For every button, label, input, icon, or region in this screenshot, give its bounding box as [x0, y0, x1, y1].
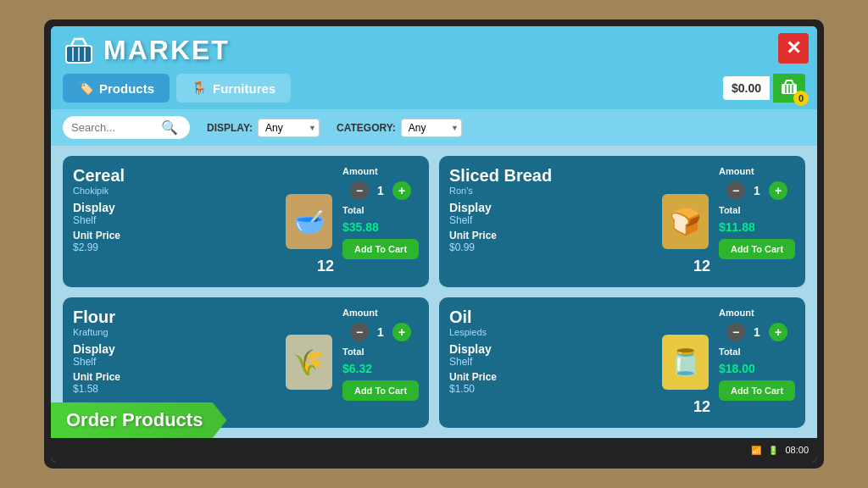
category-filter-wrapper: Any Cereals Bread Dairy Oil	[401, 119, 462, 137]
amount-value-oil: 1	[748, 325, 765, 339]
plus-btn-cereal[interactable]: +	[392, 181, 411, 200]
product-stock-oil: 12	[693, 398, 710, 416]
product-display-flour: Display	[73, 342, 275, 356]
product-info-oil: Oil Lespieds Display Shelf Unit Price $1…	[449, 308, 651, 419]
product-image-flour: 🌾	[283, 308, 334, 419]
search-box: 🔍	[63, 116, 190, 139]
product-price-sliced-bread: $0.99	[449, 241, 651, 253]
display-select[interactable]: Any Shelf Fridge Counter	[258, 119, 320, 137]
product-info-cereal: Cereal Chokipik Display Shelf Unit Price…	[73, 166, 275, 277]
product-info-flour: Flour Kraftung Display Shelf Unit Price …	[73, 308, 275, 419]
display-filter-wrapper: Any Shelf Fridge Counter	[258, 119, 320, 137]
cart-badge: 0	[793, 91, 809, 106]
product-card-cereal: Cereal Chokipik Display Shelf Unit Price…	[63, 156, 429, 287]
product-image-cereal: 🥣 12	[283, 166, 334, 277]
tab-furnitures-label: Furnitures	[213, 81, 275, 96]
product-display-val-flour: Shelf	[73, 356, 275, 368]
amount-value-cereal: 1	[372, 184, 389, 197]
product-actions-flour: Amount − 1 + Total $6.32 Add To Cart	[342, 308, 419, 419]
product-actions-oil: Amount − 1 + Total $18.00 Add To Cart	[719, 308, 795, 419]
minus-btn-oil[interactable]: −	[726, 323, 745, 341]
category-label: CATEGORY:	[337, 122, 396, 134]
clock: 08:00	[785, 445, 809, 455]
product-display-val-oil: Shelf	[449, 356, 651, 368]
total-label-oil: Total	[719, 347, 740, 357]
amount-control-flour: − 1 +	[350, 323, 411, 341]
tab-bar: 🏷️ Products 🪑 Furnitures $0.00	[51, 74, 817, 109]
product-name-oil: Oil	[449, 308, 651, 327]
product-price-flour: $1.58	[73, 383, 275, 395]
product-stock-cereal: 12	[317, 258, 334, 275]
minus-btn-cereal[interactable]: −	[350, 181, 369, 200]
product-display-sliced-bread: Display	[449, 201, 651, 214]
battery-icon: 🔋	[768, 446, 778, 455]
product-img-oil: 🫙	[662, 335, 709, 390]
product-unit-label-oil: Unit Price	[449, 371, 651, 383]
display-label: DISPLAY:	[207, 122, 253, 134]
product-price-cereal: $2.99	[73, 241, 275, 253]
total-value-sliced-bread: $11.88	[719, 220, 755, 234]
amount-label-sliced-bread: Amount	[719, 166, 754, 176]
toolbar: 🔍 DISPLAY: Any Shelf Fridge Counter CATE…	[51, 109, 817, 146]
product-img-flour: 🌾	[286, 335, 332, 390]
product-brand-sliced-bread: Ron's	[449, 186, 651, 196]
product-name-flour: Flour	[73, 308, 275, 327]
product-brand-oil: Lespieds	[449, 327, 651, 337]
products-grid: Cereal Chokipik Display Shelf Unit Price…	[51, 146, 817, 438]
product-actions-cereal: Amount − 1 + Total $35.88 Add To Cart	[342, 166, 419, 277]
amount-label-oil: Amount	[719, 308, 754, 318]
window-title: MARKET	[103, 35, 230, 66]
plus-btn-sliced-bread[interactable]: +	[769, 181, 787, 200]
close-button[interactable]: ✕	[778, 33, 809, 64]
product-stock-sliced-bread: 12	[693, 258, 710, 275]
amount-control-oil: − 1 +	[726, 323, 787, 341]
category-select[interactable]: Any Cereals Bread Dairy Oil	[401, 119, 462, 137]
display-filter-group: DISPLAY: Any Shelf Fridge Counter	[207, 119, 320, 137]
add-cart-btn-cereal[interactable]: Add To Cart	[342, 239, 419, 259]
amount-label-cereal: Amount	[342, 166, 378, 176]
total-label-flour: Total	[342, 347, 364, 357]
search-icon: 🔍	[161, 119, 178, 136]
wifi-icon: 📶	[751, 446, 761, 455]
product-actions-sliced-bread: Amount − 1 + Total $11.88 Add To Cart	[719, 166, 795, 277]
tab-products-label: Products	[99, 81, 154, 96]
title-bar: MARKET ✕	[51, 26, 817, 74]
total-value-cereal: $35.88	[342, 220, 379, 234]
amount-control-sliced-bread: − 1 +	[726, 181, 787, 200]
product-display-oil: Display	[449, 342, 651, 356]
plus-btn-flour[interactable]: +	[392, 323, 411, 341]
product-display-val-cereal: Shelf	[73, 214, 275, 226]
product-unit-label-cereal: Unit Price	[73, 230, 275, 241]
add-cart-btn-sliced-bread[interactable]: Add To Cart	[719, 239, 795, 259]
product-unit-label-sliced-bread: Unit Price	[449, 230, 651, 241]
product-image-sliced-bread: 🍞 12	[659, 166, 710, 277]
product-name-cereal: Cereal	[73, 166, 275, 186]
plus-btn-oil[interactable]: +	[769, 323, 787, 341]
minus-btn-sliced-bread[interactable]: −	[726, 181, 745, 200]
product-brand-flour: Kraftung	[73, 327, 275, 337]
product-unit-label-flour: Unit Price	[73, 371, 275, 383]
minus-btn-flour[interactable]: −	[350, 323, 369, 341]
tab-products[interactable]: 🏷️ Products	[63, 74, 170, 103]
total-value-flour: $6.32	[342, 362, 372, 375]
product-img-sliced-bread: 🍞	[662, 194, 709, 249]
add-cart-btn-flour[interactable]: Add To Cart	[342, 380, 419, 401]
furnitures-tab-icon: 🪑	[192, 80, 208, 96]
cart-area: $0.00 0	[723, 74, 805, 103]
cart-button[interactable]: 0	[773, 74, 805, 103]
total-value-oil: $18.00	[719, 362, 755, 375]
amount-value-sliced-bread: 1	[748, 184, 765, 197]
add-cart-btn-oil[interactable]: Add To Cart	[719, 380, 795, 401]
cart-price: $0.00	[723, 76, 770, 100]
tab-furnitures[interactable]: 🪑 Furnitures	[176, 74, 291, 103]
product-img-cereal: 🥣	[286, 194, 332, 249]
product-name-sliced-bread: Sliced Bread	[449, 166, 651, 186]
product-image-oil: 🫙 12	[659, 308, 710, 419]
search-input[interactable]	[71, 121, 156, 134]
basket-icon	[63, 34, 95, 66]
product-card-sliced-bread: Sliced Bread Ron's Display Shelf Unit Pr…	[439, 156, 805, 287]
products-tab-icon: 🏷️	[78, 80, 94, 96]
product-info-sliced-bread: Sliced Bread Ron's Display Shelf Unit Pr…	[449, 166, 651, 277]
amount-value-flour: 1	[372, 325, 389, 339]
order-banner: Order Products	[51, 402, 226, 438]
